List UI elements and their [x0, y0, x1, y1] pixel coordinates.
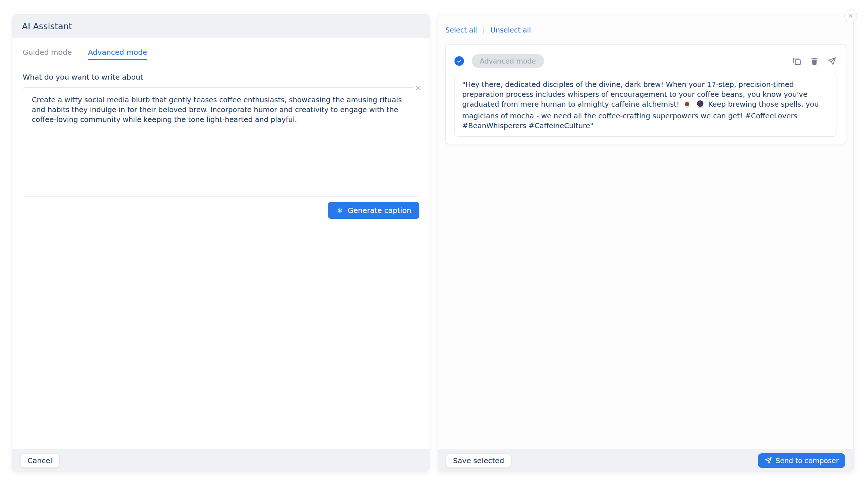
prompt-input[interactable]: Create a witty social media blurb that g…	[23, 87, 419, 197]
sparkle-icon	[336, 207, 344, 214]
copy-button[interactable]	[792, 56, 802, 66]
prompt-field-wrapper: Create a witty social media blurb that g…	[23, 87, 419, 197]
delete-button[interactable]	[809, 56, 819, 66]
caption-select-checkbox[interactable]	[454, 56, 464, 66]
clear-prompt-button[interactable]	[413, 83, 424, 94]
selection-controls: Select all | Unselect all	[445, 26, 846, 34]
cancel-button[interactable]: Cancel	[20, 454, 59, 468]
panel-header: AI Assistant	[12, 15, 430, 38]
copy-icon	[792, 57, 801, 66]
tab-advanced-mode[interactable]: Advanced mode	[88, 48, 147, 60]
coffee-emoji	[683, 100, 691, 111]
caption-result-card: Advanced mode "Hey there, dedicated disc…	[445, 44, 846, 144]
mode-badge: Advanced mode	[472, 54, 544, 68]
send-icon	[765, 457, 772, 464]
generate-row: Generate caption	[23, 202, 419, 219]
send-icon	[827, 57, 837, 66]
send-to-composer-button[interactable]: Send to composer	[758, 453, 845, 468]
captions-body: Select all | Unselect all Advanced mode	[438, 15, 853, 449]
caption-text: "Hey there, dedicated disciples of the d…	[454, 74, 837, 137]
crystal-ball-emoji	[696, 100, 705, 111]
send-single-button[interactable]	[827, 56, 837, 66]
left-footer: Cancel	[12, 449, 430, 472]
generate-caption-button[interactable]: Generate caption	[328, 202, 419, 219]
select-all-link[interactable]: Select all	[445, 26, 477, 34]
check-icon	[457, 58, 462, 64]
ai-assistant-panel: AI Assistant Guided mode Advanced mode W…	[12, 14, 430, 472]
caption-actions	[792, 56, 837, 66]
link-divider: |	[483, 26, 485, 34]
tab-guided-mode[interactable]: Guided mode	[23, 48, 72, 60]
prompt-label: What do you want to write about	[23, 73, 419, 81]
caption-card-header: Advanced mode	[454, 54, 837, 68]
page-title: AI Assistant	[22, 22, 72, 31]
mode-tabs: Guided mode Advanced mode	[23, 48, 419, 60]
unselect-all-link[interactable]: Unselect all	[490, 26, 531, 34]
trash-icon	[810, 57, 819, 66]
close-icon	[415, 84, 422, 92]
right-footer: Save selected Send to composer	[438, 449, 853, 472]
dialog-close-button[interactable]	[844, 9, 857, 22]
send-to-composer-label: Send to composer	[775, 457, 839, 465]
generate-caption-label: Generate caption	[348, 206, 411, 215]
close-icon	[848, 13, 854, 19]
panel-body: Guided mode Advanced mode What do you wa…	[12, 38, 430, 449]
save-selected-button[interactable]: Save selected	[446, 454, 511, 468]
generated-captions-panel: Select all | Unselect all Advanced mode	[438, 15, 854, 472]
